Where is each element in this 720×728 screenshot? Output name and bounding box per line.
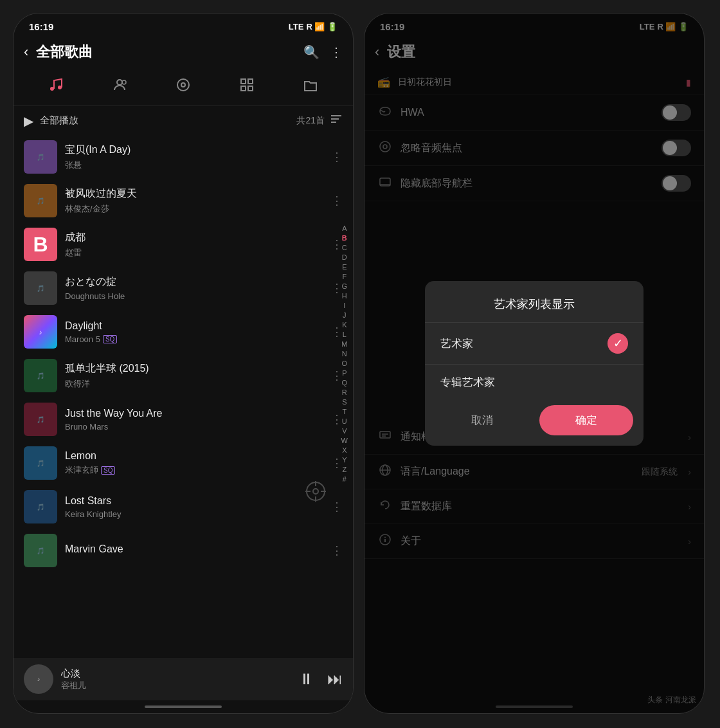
list-item[interactable]: 🎵 Lemon 米津玄師 SQ ⋮ [14,441,353,485]
list-item[interactable]: 🎵 孤单北半球 (2015) 欧得洋 ⋮ [14,354,353,397]
modal-overlay: 艺术家列表显示 艺术家 ✓ 专辑艺术家 取消 确定 [364,14,704,713]
song-artist: Keira Knightley [65,509,323,519]
alpha-z[interactable]: Z [338,465,352,474]
modal-option-album-artist[interactable]: 专辑艺术家 [425,364,644,400]
alpha-a[interactable]: A [338,224,352,233]
alpha-d[interactable]: D [338,253,352,262]
player-controls: ⏸ ⏭ [299,670,343,688]
alpha-m[interactable]: M [338,340,352,349]
list-item[interactable]: 🎵 Marvin Gave ⋮ [14,529,353,572]
song-thumb: 🎵 [24,446,57,480]
song-title: 成都 [65,231,323,244]
sq-badge: SQ [103,335,117,343]
alpha-t[interactable]: T [338,407,352,416]
song-thumb: 🎵 [24,359,57,392]
alpha-g[interactable]: G [338,282,352,291]
song-info: 被风吹过的夏天 林俊杰/金莎 [65,187,323,215]
svg-point-1 [58,86,62,89]
tab-albums[interactable] [151,72,215,98]
pause-button[interactable]: ⏸ [299,670,314,688]
tab-bar-left [14,69,353,106]
list-item[interactable]: 🎵 おとなの掟 Doughnuts Hole ⋮ [14,266,353,310]
song-artist: 欧得洋 [65,378,323,390]
song-thumb: 🎵 [24,534,57,567]
alpha-y[interactable]: Y [338,455,352,464]
modal-option-artist[interactable]: 艺术家 ✓ [425,322,644,364]
alpha-n[interactable]: N [338,349,352,358]
alpha-x[interactable]: X [338,446,352,455]
list-item[interactable]: 🎵 Just the Way You Are Bruno Mars ⋮ [14,397,353,441]
right-phone: 16:19 LTE R 📶 🔋 ‹ 设置 📻 日初花花初日 ▮ [364,13,705,714]
song-title: Daylight [65,320,323,332]
song-artist: Maroon 5 SQ [65,334,323,344]
left-phone: 16:19 LTE R 📶 🔋 ‹ 全部歌曲 🔍 ⋮ [13,13,354,714]
tab-songs[interactable] [24,72,87,98]
cancel-button[interactable]: 取消 [435,405,529,435]
list-item[interactable]: 🎵 宝贝(In A Day) 张悬 ⋮ [14,135,353,179]
list-item[interactable]: 🎵 被风吹过的夏天 林俊杰/金莎 ⋮ [14,179,353,223]
alpha-w[interactable]: W [338,436,352,445]
song-artist: 张悬 [65,159,323,171]
song-artist: 赵雷 [65,247,323,259]
song-title: 孤单北半球 (2015) [65,362,323,376]
artist-option-label: 艺术家 [440,336,608,351]
song-thumb: ♪ [24,315,57,349]
signal-left: LTE [289,22,304,32]
play-all-icon: ▶ [24,113,33,129]
song-title: 宝贝(In A Day) [65,143,323,157]
alpha-h[interactable]: H [338,291,352,300]
alpha-c[interactable]: C [338,243,352,252]
song-count: 共21首 [296,115,325,127]
signal-bars-left: R 📶 🔋 [306,22,338,32]
alpha-s[interactable]: S [338,397,352,406]
alpha-e[interactable]: E [338,262,352,271]
svg-rect-6 [241,79,246,84]
alpha-o[interactable]: O [338,359,352,368]
song-info: おとなの掟 Doughnuts Hole [65,275,323,301]
sq-badge: SQ [101,466,115,475]
alpha-f[interactable]: F [338,272,352,281]
search-icon[interactable]: 🔍 [303,44,320,60]
tab-grid[interactable] [215,72,279,98]
play-all-bar[interactable]: ▶ 全部播放 共21首 [14,106,353,135]
alpha-hash[interactable]: # [338,475,352,484]
alpha-i[interactable]: I [338,301,352,310]
list-item[interactable]: 🎵 Lost Stars Keira Knightley ⋮ [14,485,353,529]
song-thumb: 🎵 [24,140,57,174]
alpha-k[interactable]: K [338,320,352,329]
song-info: Just the Way You Are Bruno Mars [65,408,323,432]
tab-artists[interactable] [87,72,151,98]
song-title: Lemon [65,450,323,462]
modal-buttons: 取消 确定 [425,400,644,446]
next-button[interactable]: ⏭ [327,670,343,688]
more-menu-icon[interactable]: ⋮ [330,44,343,60]
home-indicator-left [145,705,222,708]
alpha-v[interactable]: V [338,426,352,435]
song-info: Daylight Maroon 5 SQ [65,320,323,344]
modal-title: 艺术家列表显示 [425,281,644,322]
album-artist-option-label: 专辑艺术家 [440,375,628,390]
song-list: 🎵 宝贝(In A Day) 张悬 ⋮ 🎵 被风吹过的夏天 林俊杰/金莎 ⋮ [14,135,353,572]
alpha-l[interactable]: L [338,330,352,339]
list-item[interactable]: B 成都 赵雷 ⋮ [14,223,353,266]
song-title: Marvin Gave [65,543,323,555]
alpha-b[interactable]: B [338,233,352,242]
alpha-r[interactable]: R [338,388,352,397]
sort-icon[interactable] [330,113,343,129]
bottom-player: ♪ 心淡 容祖儿 ⏸ ⏭ [14,658,353,700]
alpha-q[interactable]: Q [338,378,352,387]
song-title: おとなの掟 [65,275,323,289]
song-thumb: 🎵 [24,271,57,305]
list-item[interactable]: ♪ Daylight Maroon 5 SQ ⋮ [14,310,353,354]
confirm-button[interactable]: 确定 [539,405,633,435]
page-title-left: 全部歌曲 [36,42,303,62]
time-left: 16:19 [29,21,53,32]
header-icons-left: 🔍 ⋮ [303,44,343,60]
svg-rect-7 [248,79,253,84]
alpha-j[interactable]: J [338,311,352,320]
alpha-p[interactable]: P [338,369,352,378]
back-button-left[interactable]: ‹ [24,44,28,60]
tab-folder[interactable] [279,72,343,98]
alpha-u[interactable]: U [338,417,352,426]
app-header-left: ‹ 全部歌曲 🔍 ⋮ [14,37,353,69]
